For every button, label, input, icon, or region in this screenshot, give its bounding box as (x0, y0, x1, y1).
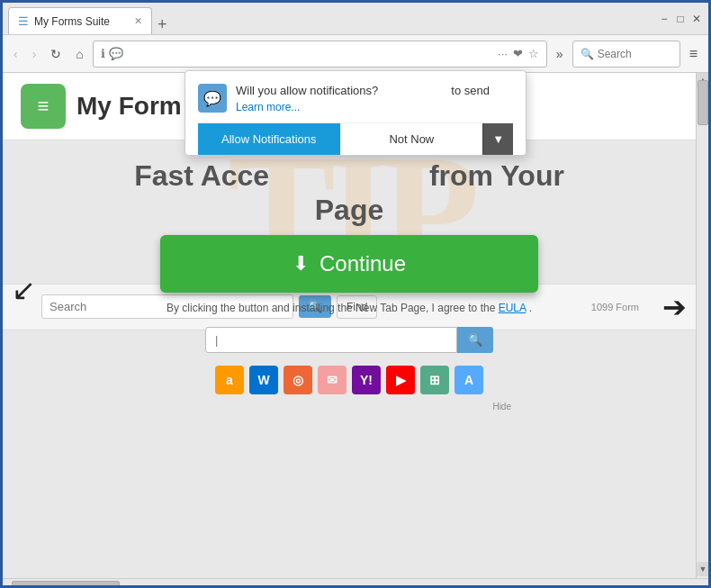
continue-label: Continue (320, 251, 406, 276)
chat-icon: 💬 (109, 47, 123, 60)
allow-notifications-button[interactable]: Allow Notifications (198, 123, 340, 155)
popup-chat-icon: 💬 (198, 84, 227, 113)
home-button[interactable]: ⌂ (70, 43, 88, 65)
minimize-button[interactable]: − (658, 13, 670, 25)
continue-button[interactable]: ⬇ Continue (160, 235, 538, 293)
bookmark-icon[interactable]: ☆ (528, 47, 539, 60)
shortcut-gmail[interactable]: ✉ (318, 366, 346, 394)
install-search-input[interactable] (205, 327, 457, 353)
hide-label[interactable]: Hide (160, 402, 511, 412)
forward-button[interactable]: › (27, 43, 42, 65)
address-action-icons: ··· ❤ ☆ (498, 47, 539, 60)
arrow-right-icon: ➔ (662, 290, 687, 324)
address-bar[interactable]: ℹ 💬 ··· ❤ ☆ (93, 41, 547, 68)
maximize-button[interactable]: □ (674, 13, 687, 25)
tab-favicon: ☰ (18, 14, 29, 28)
shortcut-youtube[interactable]: ▶ (386, 366, 415, 394)
nav-menu-button[interactable]: ≡ (684, 42, 703, 66)
notifications-dropdown-button[interactable]: ▼ (482, 123, 513, 155)
popup-header: 💬 Will you allow notifications? Learn mo… (198, 84, 513, 113)
learn-more-link[interactable]: Learn more... (236, 101, 513, 113)
search-input[interactable] (598, 48, 670, 60)
popup-actions: Allow Notifications Not Now ▼ (198, 122, 513, 155)
site-title: My Form (76, 92, 182, 121)
vertical-scrollbar[interactable]: ▲ ▼ (696, 73, 708, 588)
hero-title: Fast Acce from Your Page (21, 158, 678, 228)
title-bar: ☰ My Forms Suite ✕ + − □ ✕ (3, 3, 708, 35)
not-now-button[interactable]: Not Now (340, 123, 483, 155)
pocket-icon: ❤ (513, 47, 523, 60)
arrow-left-icon: ↙ (12, 273, 36, 307)
h-scrollbar-thumb[interactable] (12, 581, 120, 589)
search-magnifier-icon: 🔍 (580, 48, 594, 60)
shortcut-amazon[interactable]: a (215, 366, 244, 394)
hero-title-line1: Fast Acce from Your (134, 159, 564, 192)
back-button[interactable]: ‹ (8, 43, 23, 65)
install-search-button[interactable]: 🔍 (457, 327, 493, 353)
shortcut-bank[interactable]: ⊞ (420, 366, 449, 394)
horizontal-scrollbar[interactable] (3, 578, 708, 588)
shortcut-target[interactable]: ◎ (284, 366, 312, 394)
form-badge: 1099 Form (591, 302, 639, 312)
active-tab[interactable]: ☰ My Forms Suite ✕ (8, 7, 152, 34)
install-search-bar: 🔍 (205, 327, 493, 353)
tab-area: ☰ My Forms Suite ✕ + (8, 3, 654, 34)
scroll-down-arrow[interactable]: ▼ (697, 562, 708, 576)
eula-link[interactable]: EULA (499, 302, 526, 314)
scrollbar-thumb[interactable] (698, 80, 708, 125)
notification-popup: 💬 Will you allow notifications? Learn mo… (184, 70, 526, 156)
eula-text: By clicking the button and installing th… (160, 302, 538, 314)
info-icon: ℹ (101, 47, 105, 60)
address-security-icons: ℹ 💬 (101, 47, 123, 60)
logo-icon: ≡ (38, 95, 50, 118)
refresh-button[interactable]: ↻ (45, 43, 67, 65)
shortcut-yahoo[interactable]: Y! (352, 366, 381, 394)
chat-bubble-icon: 💬 (203, 90, 221, 107)
overflow-button[interactable]: » (551, 43, 569, 65)
continue-overlay: ⬇ Continue By clicking the button and in… (160, 235, 538, 412)
download-icon: ⬇ (292, 252, 309, 276)
shortcut-walmart[interactable]: W (249, 366, 278, 394)
new-tab-button[interactable]: + (152, 15, 173, 34)
popup-to-send: to send (451, 84, 490, 97)
site-logo: ≡ (21, 84, 66, 129)
icon-shortcuts: aW◎✉Y!▶⊞A (160, 366, 538, 394)
more-options-icon[interactable]: ··· (498, 47, 508, 60)
close-window-button[interactable]: ✕ (690, 13, 703, 25)
tab-title: My Forms Suite (34, 15, 110, 28)
nav-bar: ‹ › ↻ ⌂ ℹ 💬 ··· ❤ ☆ » 🔍 ≡ (3, 35, 708, 73)
shortcut-app[interactable]: A (454, 366, 483, 394)
tab-close-btn[interactable]: ✕ (134, 15, 142, 27)
search-box[interactable]: 🔍 (572, 41, 680, 68)
window-controls: − □ ✕ (658, 13, 703, 25)
hero-title-line2: Page (315, 194, 383, 226)
